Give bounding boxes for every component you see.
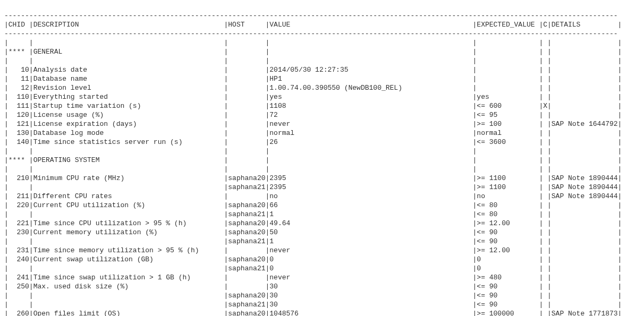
column-separator: | (547, 274, 552, 281)
cell-exp (477, 47, 539, 56)
column-separator: | (265, 264, 269, 272)
column-separator: | (618, 93, 622, 101)
column-separator: | (539, 165, 543, 173)
column-separator: | (618, 21, 622, 29)
column-separator: | (265, 274, 269, 281)
cell-det (552, 65, 618, 74)
data-row: | | |saphana21|30 |<= 90 | | | (4, 300, 640, 309)
cell-exp: <= 90 (477, 300, 539, 309)
cell-exp: 0 (477, 255, 539, 264)
column-separator: | (539, 255, 543, 263)
column-separator: | (224, 292, 228, 300)
cell-det (552, 47, 618, 56)
cell-det (552, 264, 618, 273)
column-separator: | (539, 264, 543, 272)
report-output: ----------------------------------------… (4, 11, 640, 316)
column-separator: | (547, 237, 552, 245)
column-separator: | (539, 48, 543, 56)
cell-chid: **** (9, 156, 29, 165)
column-separator: | (265, 219, 269, 227)
cell-c (543, 165, 547, 174)
cell-exp: >= 100 (477, 119, 539, 129)
column-separator: | (539, 120, 543, 128)
column-separator: | (224, 174, 228, 182)
column-separator: | (473, 129, 477, 137)
cell-desc: Open files limit (OS) (33, 309, 224, 316)
column-separator: | (473, 75, 477, 83)
cell-det (552, 138, 618, 147)
cell-host (228, 282, 265, 291)
column-separator: | (29, 75, 33, 83)
cell-det (552, 92, 618, 101)
cell-exp: >= 1100 (477, 174, 539, 183)
column-separator: | (4, 219, 9, 227)
cell-desc: Current CPU utilization (%) (33, 201, 224, 210)
cell-host (228, 147, 265, 156)
column-separator: | (618, 57, 622, 65)
column-separator: | (618, 84, 622, 92)
column-separator: | (265, 174, 269, 182)
cell-value: 26 (269, 138, 472, 147)
column-separator: | (618, 192, 622, 200)
cell-desc: Database log mode (33, 129, 224, 138)
column-separator: | (29, 147, 33, 155)
column-separator: | (4, 57, 9, 65)
cell-chid: 10 (9, 65, 29, 74)
column-separator: | (473, 183, 477, 191)
cell-value: normal (269, 129, 472, 138)
cell-det (552, 282, 618, 291)
column-separator: | (224, 201, 228, 209)
cell-chid (9, 237, 29, 246)
column-separator: | (29, 310, 33, 316)
cell-desc: Time since CPU utilization > 95 % (h) (33, 219, 224, 228)
column-separator: | (29, 246, 33, 254)
column-separator: | (547, 292, 552, 300)
cell-host: saphana20 (228, 309, 265, 316)
data-row: | 130|Database log mode | |normal |norma… (4, 129, 640, 138)
cell-chid: 221 (9, 219, 29, 228)
column-separator: | (265, 102, 269, 110)
column-separator: | (618, 48, 622, 56)
cell-exp: <= 90 (477, 228, 539, 237)
column-separator: | (539, 102, 543, 110)
column-separator: | (618, 292, 622, 300)
column-separator: | (4, 48, 9, 56)
cell-chid: 220 (9, 201, 29, 210)
cell-chid: 111 (9, 101, 29, 110)
cell-exp: yes (477, 92, 539, 101)
column-separator: | (473, 237, 477, 245)
column-separator: | (473, 264, 477, 272)
column-separator: | (265, 66, 269, 74)
data-row: | 10|Analysis date | |2014/05/30 12:27:3… (4, 65, 640, 74)
column-separator: | (4, 120, 9, 128)
column-separator: | (473, 21, 477, 29)
column-separator: | (547, 129, 552, 137)
cell-chid: **** (9, 47, 29, 56)
cell-desc (33, 237, 224, 246)
cell-exp (477, 74, 539, 83)
cell-det (552, 56, 618, 65)
cell-value: 1.00.74.00.390550 (NewDB100_REL) (269, 83, 472, 92)
cell-chid: 121 (9, 119, 29, 129)
data-row: | | |saphana21|0 |0 | | | (4, 264, 640, 273)
column-separator: | (618, 183, 622, 191)
column-separator: | (473, 120, 477, 128)
column-separator: | (224, 210, 228, 218)
column-separator: | (539, 283, 543, 291)
cell-det: SAP Note 1890444 (552, 183, 618, 192)
cell-exp: <= 80 (477, 201, 539, 210)
cell-host (228, 83, 265, 92)
cell-det: SAP Note 1890444 (552, 174, 618, 183)
column-separator: | (4, 210, 9, 218)
column-separator: | (4, 292, 9, 300)
cell-desc: Different CPU rates (33, 192, 224, 201)
column-separator: | (224, 264, 228, 272)
column-separator: | (539, 147, 543, 155)
cell-c (543, 147, 547, 156)
cell-exp: >= 12.00 (477, 219, 539, 228)
section-row: |**** |OPERATING SYSTEM | | | | | | (4, 156, 640, 165)
column-separator: | (547, 102, 552, 110)
cell-value: 0 (269, 255, 472, 264)
cell-chid: 211 (9, 192, 29, 201)
cell-det: SAP Note 1771873 (552, 309, 618, 316)
